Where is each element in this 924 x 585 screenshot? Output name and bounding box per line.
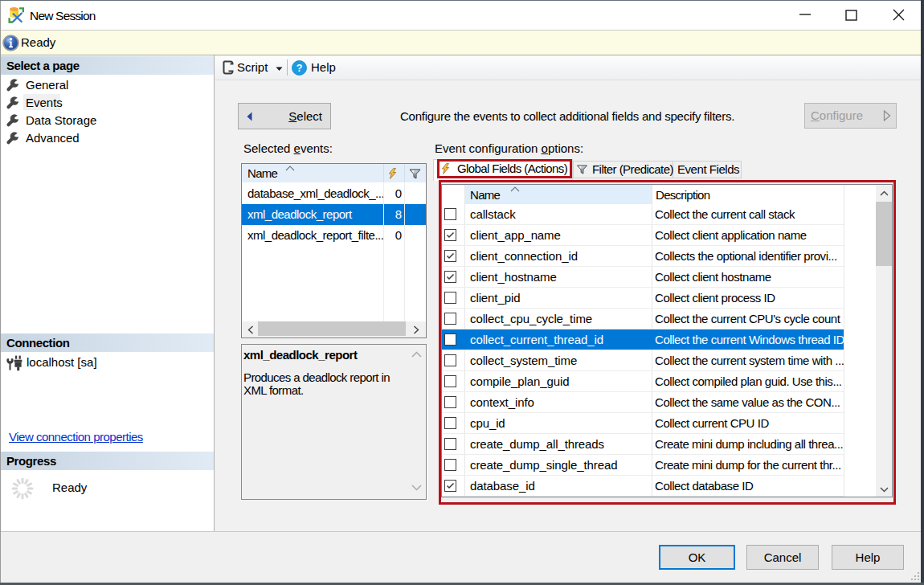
svg-text:?: ? — [296, 63, 303, 74]
